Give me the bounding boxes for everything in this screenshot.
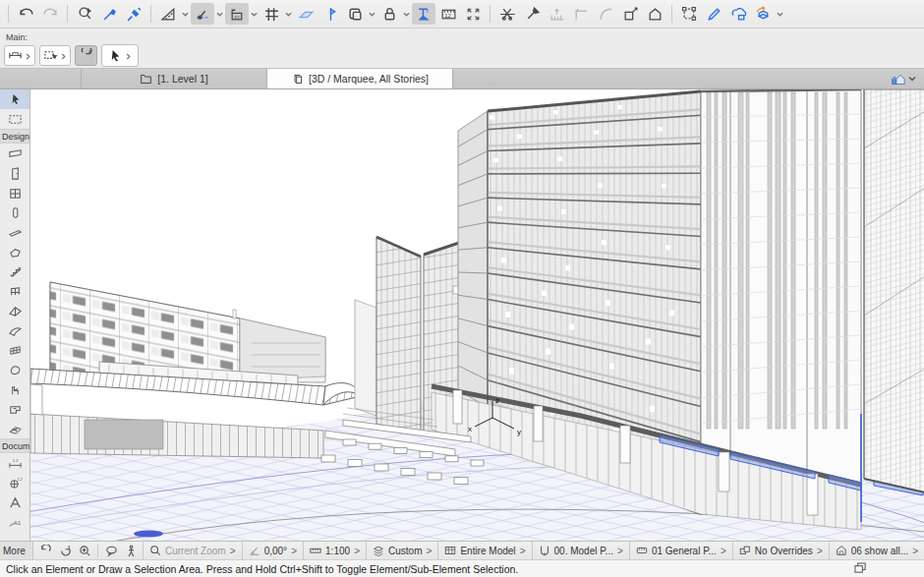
split-icon[interactable] [495,3,519,25]
dimension-style-field[interactable]: 01 General P... > [629,542,732,559]
gravity-3d-icon[interactable] [412,3,435,25]
chevron-right-icon [60,46,67,64]
section-document[interactable]: Docume [0,438,29,453]
structure-display-field[interactable]: Entire Model > [437,542,531,559]
tool-roof[interactable] [0,301,29,320]
pen-set-icon [539,545,550,556]
graphic-override-field[interactable]: No Overrides > [732,542,829,559]
tool-zone[interactable] [0,399,29,419]
comment-balloon-icon[interactable] [102,543,120,558]
chevron-down-icon[interactable] [402,3,411,25]
pick-up-parameters-icon[interactable] [97,3,121,25]
tab-3d-marquee[interactable]: [3D / Marquee, All Stories] [267,69,453,88]
tool-beam[interactable] [0,222,29,242]
roof-level-icon[interactable] [643,3,666,25]
fit-in-window-icon[interactable] [461,3,485,25]
undo-icon[interactable] [14,3,37,25]
snap-guides-icon[interactable] [191,3,214,25]
svg-text:z: z [495,396,499,405]
chevron-down-icon[interactable] [250,3,259,25]
separator [150,5,151,23]
tool-curtain-wall[interactable] [0,340,29,360]
favorite-marquee-button[interactable] [39,45,71,66]
tool-text[interactable] [0,492,29,512]
svg-text:A1: A1 [13,519,21,526]
coordinates-ruler-icon[interactable]: 12 [436,3,460,25]
lock-icon[interactable] [377,3,401,25]
tool-slab[interactable] [0,242,29,261]
tool-shell[interactable] [0,320,29,340]
tool-railing[interactable] [0,281,29,301]
chevron-down-icon[interactable] [284,3,293,25]
walk-mode-icon[interactable] [122,543,140,558]
zoom-in-icon[interactable] [76,543,93,558]
editing-plane-icon[interactable] [294,3,318,25]
graphic-override-icon [739,545,751,556]
scale-field[interactable]: 1:100 > [303,542,366,559]
navigate-forward-icon[interactable] [56,543,74,558]
tool-dimension[interactable]: 1.2 [0,453,29,473]
chevron-down-icon[interactable] [368,3,376,25]
svg-text:y: y [517,428,521,436]
toolbox-more[interactable]: More [0,542,33,559]
adjust-icon[interactable] [520,3,544,25]
far-right-glass-building[interactable] [864,89,924,492]
fillet-icon[interactable] [594,3,617,25]
tool-label[interactable]: A1 [0,512,29,532]
intersect-icon[interactable] [545,3,568,25]
redo-icon[interactable] [38,3,62,25]
archicad-window: xy 12 Main: [0,0,924,577]
chevron-down-icon[interactable] [215,3,224,25]
selected-ground-element[interactable] [134,531,163,538]
arrow-tool-button[interactable] [101,44,139,67]
edit-elements-icon[interactable] [702,3,725,25]
chevron-down-icon[interactable] [181,3,190,25]
zoom-field[interactable]: Current Zoom > [143,542,242,559]
find-select-icon[interactable] [73,3,96,25]
tool-wall[interactable] [0,144,29,163]
dimension-style-icon [636,545,648,556]
tool-morph[interactable] [0,360,29,379]
rotate-button[interactable] [75,45,97,66]
svg-text:x: x [468,425,472,433]
tool-mesh[interactable] [0,419,29,438]
marker-icon[interactable] [318,3,342,25]
tool-marquee[interactable] [0,109,29,129]
corner-icon[interactable] [569,3,593,25]
guide-lines-icon[interactable] [156,3,180,25]
layer-combination-field[interactable]: Custom > [366,542,437,559]
tool-door[interactable] [0,163,29,183]
section-design[interactable]: Design [0,129,29,144]
angle-field[interactable]: 0,00° > [242,542,303,559]
tab-label: [3D / Marquee, All Stories] [309,73,429,85]
pen-set-field[interactable]: 00. Model P... > [532,542,629,559]
tool-arrow[interactable] [0,89,29,109]
tab-bar-right-controls[interactable] [883,69,924,88]
chevron-down-icon[interactable] [776,3,784,25]
tool-window[interactable] [0,183,29,202]
favorite-dimension-button[interactable] [4,45,35,66]
frame-options-icon[interactable] [343,3,367,25]
renovation-filter-icon [836,545,847,556]
tool-column[interactable] [0,202,29,222]
renovation-filter-field[interactable]: 06 show all... > [829,542,924,559]
snap-points-icon[interactable]: xy [225,3,249,25]
overlapping-windows-icon[interactable] [854,562,867,576]
main-label-row: Main: [0,29,924,42]
orbit-view-icon[interactable] [751,3,775,25]
viewport-3d[interactable]: z x y [30,89,924,541]
navigate-back-icon[interactable] [36,543,54,558]
svg-text:1.2: 1.2 [12,458,19,463]
tab-level-1[interactable]: [1. Level 1] [81,69,267,88]
copy-paste-options-icon[interactable] [726,3,750,25]
resize-icon[interactable] [618,3,642,25]
inject-parameters-icon[interactable] [122,3,145,25]
grid-snap-icon[interactable] [260,3,283,25]
structure-display-icon [444,545,456,556]
quick-options-bar [0,42,924,69]
stretch-icon[interactable] [677,3,701,25]
tool-stair[interactable] [0,261,29,281]
tool-object[interactable] [0,379,29,399]
cube-3d-icon [291,73,304,86]
tool-level-dimension[interactable]: 1.2 [0,473,29,492]
